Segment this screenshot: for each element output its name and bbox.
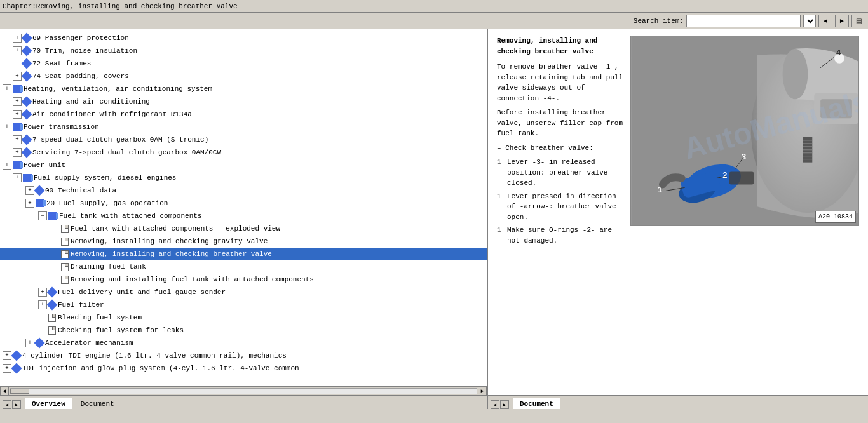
expand-btn[interactable]: + [13,135,22,144]
diamond-icon [22,71,32,82]
tree-item[interactable]: +69 Passenger protection [0,32,487,44]
tree-item-label: Air conditioner with refrigerant R134a [32,109,192,120]
search-dropdown[interactable] [803,15,816,27]
expand-btn[interactable]: + [3,364,11,373]
tree-item[interactable]: +74 Seat padding, covers [0,70,487,83]
expand-btn[interactable]: + [3,123,11,131]
page-icon [61,238,69,246]
expand-btn[interactable]: + [13,148,22,157]
tree-item[interactable]: Checking fuel system for leaks [0,324,487,337]
diamond-icon [11,351,22,361]
tree-item[interactable]: +Fuel supply system, diesel engines [0,171,487,184]
h-scrollbar[interactable]: ◄ ► [0,386,487,395]
tree-item[interactable]: +Power unit [0,159,487,171]
scroll-left-btn[interactable]: ◄ [0,387,9,396]
tree-item-label: Draining fuel tank [71,261,146,272]
expand-btn[interactable]: + [25,339,34,347]
tab-document-left[interactable]: Document [74,398,121,409]
tab-left-arrow[interactable]: ◄ [3,400,11,409]
expand-btn[interactable]: + [13,173,22,182]
right-tab-scroll-arrows: ◄ ► [491,400,509,409]
book-icon [48,212,57,220]
tree-item[interactable]: Fuel tank with attached components – exp… [0,222,487,235]
tree-item-label: Removing, installing and checking breath… [71,248,272,260]
right-tab-left-arrow[interactable]: ◄ [491,400,499,409]
tab-document-right[interactable]: Document [513,398,560,409]
expand-btn[interactable]: + [38,300,47,309]
main-container: +69 Passenger protection+70 Trim, noise … [0,29,868,409]
tree-item-label: Removing, installing and checking gravit… [71,236,268,247]
page-icon [48,326,56,335]
tab-overview[interactable]: Overview [25,398,72,409]
expand-btn[interactable]: + [3,351,11,360]
diamond-icon [22,109,32,120]
book-icon [13,85,22,93]
expand-btn[interactable]: + [13,72,22,81]
tree-item[interactable]: −Fuel tank with attached components [0,210,487,222]
tree-item-label: 20 Fuel supply, gas operation [46,198,168,209]
tree-item[interactable]: +Servicing 7-speed dual clutch gearbox 0… [0,146,487,159]
tree-item-label: Heating, ventilation, air conditioning s… [24,83,212,95]
tree-item[interactable]: Bleeding fuel system [0,311,487,324]
tree-item-label: 00 Technical data [45,185,116,196]
diamond-icon [47,287,58,298]
tab-scroll-arrows: ◄ ► [3,400,21,409]
tree-item[interactable]: +Power transmission [0,121,487,133]
doc-para-1: To remove breather valve -1-, release re… [497,62,624,104]
tree-item[interactable]: Removing and installing fuel tank with a… [0,273,487,286]
tree-item[interactable]: +20 Fuel supply, gas operation [0,197,487,210]
svg-point-2 [783,49,808,99]
tree-item[interactable]: Removing, installing and checking breath… [0,248,487,260]
tree-item[interactable]: +Air conditioner with refrigerant R134a [0,108,487,121]
diamond-icon [34,338,45,349]
expand-btn[interactable]: + [25,199,34,208]
expand-btn[interactable]: + [3,161,11,170]
expand-btn[interactable]: + [3,84,11,93]
tree-item-label: Fuel supply system, diesel engines [34,172,176,184]
expand-btn[interactable]: − [38,211,47,220]
title-text: Chapter:Removing, installing and checkin… [3,3,238,10]
tree-item-label: Removing and installing fuel tank with a… [71,274,314,285]
tree-item[interactable]: Removing, installing and checking gravit… [0,235,487,248]
tree-item-label: Accelerator mechanism [45,337,133,349]
expand-btn[interactable]: + [13,97,22,106]
tree-item-label: Power transmission [24,121,99,133]
expand-btn[interactable]: + [13,46,22,55]
tree-item[interactable]: +Fuel filter [0,299,487,311]
tree-item-label: 74 Seat padding, covers [32,70,129,82]
expand-btn[interactable]: + [38,288,47,297]
tree-item-label: 72 Seat frames [32,58,91,69]
tree-item-label: Fuel delivery unit and fuel gauge sender [58,286,226,298]
tree-item[interactable]: +Heating and air conditioning [0,95,487,108]
tree-item[interactable]: Draining fuel tank [0,260,487,273]
tree-item[interactable]: +Accelerator mechanism [0,337,487,349]
image-label: A20-10834 [815,211,856,223]
tab-right-arrow[interactable]: ► [12,400,21,409]
scroll-thumb[interactable] [10,389,29,394]
search-next-btn[interactable]: ► [835,15,849,27]
tree-item[interactable]: +4-cylinder TDI engine (1.6 ltr. 4-valve… [0,349,487,362]
tree-item[interactable]: +00 Technical data [0,184,487,197]
tree-item[interactable]: 72 Seat frames [0,57,487,70]
search-options-btn[interactable]: ▤ [851,15,865,27]
svg-text:3: 3 [742,152,746,161]
diamond-icon [47,300,58,311]
expand-btn[interactable]: + [25,186,34,195]
right-tab-right-arrow[interactable]: ► [500,400,509,409]
tree-container[interactable]: +69 Passenger protection+70 Trim, noise … [0,29,487,386]
doc-text-section: Removing, installing and checking breath… [497,36,624,389]
tree-item-label: Bleeding fuel system [58,312,142,323]
search-input[interactable] [686,15,801,27]
expand-btn[interactable]: + [13,110,22,119]
diamond-icon [22,46,32,57]
left-pane: +69 Passenger protection+70 Trim, noise … [0,29,488,409]
tree-item[interactable]: +TDI injection and glow plug system (4-c… [0,362,487,375]
tree-item[interactable]: +Fuel delivery unit and fuel gauge sende… [0,286,487,299]
expand-btn[interactable]: + [13,34,22,43]
tree-item[interactable]: +7-speed dual clutch gearbox 0AM (S tron… [0,133,487,146]
search-prev-btn[interactable]: ◄ [818,15,832,27]
tree-item[interactable]: +Heating, ventilation, air conditioning … [0,83,487,95]
tree-item[interactable]: +70 Trim, noise insulation [0,44,487,57]
scroll-right-btn[interactable]: ► [478,387,487,396]
tree-item-label: 4-cylinder TDI engine (1.6 ltr. 4-valve … [22,350,287,361]
